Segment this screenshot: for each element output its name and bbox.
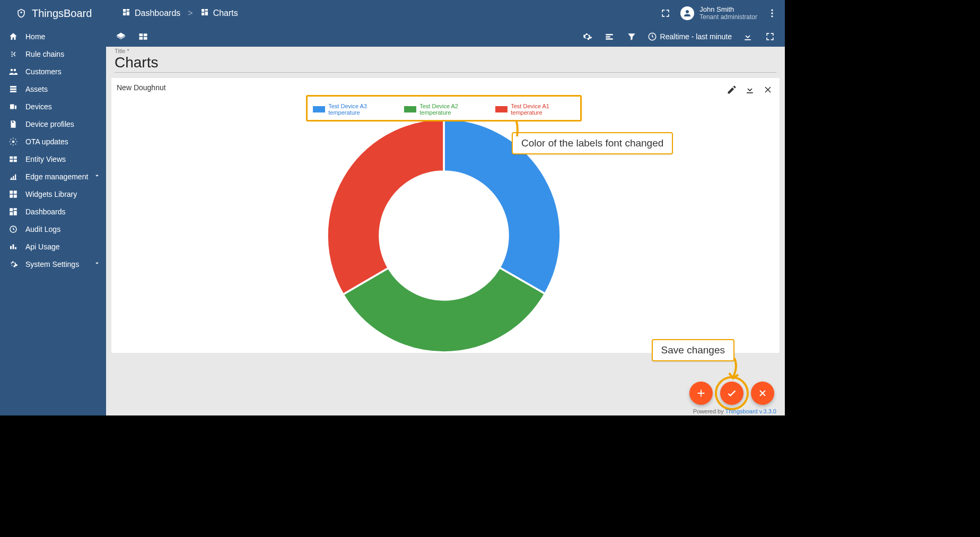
api-icon bbox=[8, 242, 18, 252]
sidebar-item-label: OTA updates bbox=[25, 137, 68, 146]
breadcrumb-label: Dashboards bbox=[135, 8, 180, 18]
sidebar-item-customers[interactable]: Customers bbox=[0, 63, 106, 80]
sidebar: HomeRule chainsCustomersAssetsDevicesDev… bbox=[0, 27, 106, 415]
edit-widget-icon[interactable] bbox=[725, 83, 738, 96]
sidebar-item-device-profiles[interactable]: Device profiles bbox=[0, 115, 106, 133]
title-field-value[interactable]: Charts bbox=[115, 54, 776, 73]
ota-icon bbox=[8, 137, 18, 146]
chart-legend: Test Device A3 temperatureTest Device A2… bbox=[306, 95, 582, 122]
widget-title: New Doughnut bbox=[117, 83, 771, 92]
legend-swatch bbox=[313, 106, 325, 112]
sidebar-item-assets[interactable]: Assets bbox=[0, 80, 106, 98]
annotation-save-callout: Save changes bbox=[652, 339, 734, 361]
assets-icon bbox=[8, 84, 18, 94]
sidebar-item-ota-updates[interactable]: OTA updates bbox=[0, 133, 106, 150]
home-icon bbox=[8, 32, 18, 41]
dashboard-title-field[interactable]: Title * Charts bbox=[106, 47, 785, 73]
expand-icon[interactable] bbox=[764, 30, 776, 43]
sidebar-item-label: Audit Logs bbox=[25, 225, 60, 233]
svg-point-2 bbox=[771, 12, 773, 14]
rule-icon bbox=[8, 49, 18, 59]
customers-icon bbox=[8, 67, 18, 76]
dashboard-icon bbox=[122, 8, 130, 19]
legend-label: Test Device A2 temperature bbox=[419, 103, 484, 116]
breadcrumb: Dashboards > Charts bbox=[122, 8, 238, 19]
breadcrumb-label: Charts bbox=[213, 8, 238, 18]
audit-icon bbox=[8, 224, 18, 234]
user-role: Tenant administrator bbox=[699, 14, 757, 21]
svg-point-3 bbox=[771, 15, 773, 17]
sidebar-item-label: Customers bbox=[25, 67, 62, 76]
layout-icon[interactable] bbox=[137, 30, 150, 43]
chevron-down-icon bbox=[93, 172, 101, 181]
user-name: John Smith bbox=[699, 6, 757, 14]
fullscreen-icon[interactable] bbox=[659, 7, 672, 20]
svg-point-4 bbox=[12, 140, 15, 143]
doughnut-widget: New Doughnut Test Device A3 temperatureT… bbox=[111, 78, 780, 353]
sidebar-item-label: Dashboards bbox=[25, 207, 66, 216]
breadcrumb-item-dashboards[interactable]: Dashboards bbox=[122, 8, 180, 19]
legend-item[interactable]: Test Device A1 temperature bbox=[495, 103, 575, 116]
svg-point-1 bbox=[771, 9, 773, 11]
sidebar-item-label: Entity Views bbox=[25, 155, 66, 163]
add-button[interactable] bbox=[689, 382, 713, 405]
sidebar-item-home[interactable]: Home bbox=[0, 28, 106, 45]
annotation-legend-callout: Color of the labels font changed bbox=[512, 132, 673, 154]
entity-aliases-icon[interactable] bbox=[603, 30, 616, 43]
footer-version: Powered by Thingsboard v.3.3.0 bbox=[693, 408, 776, 414]
sidebar-item-dashboards[interactable]: Dashboards bbox=[0, 203, 106, 220]
download-icon[interactable] bbox=[741, 30, 754, 43]
sidebar-item-label: Edge management bbox=[25, 172, 88, 181]
sidebar-item-audit-logs[interactable]: Audit Logs bbox=[0, 220, 106, 238]
sidebar-item-label: Assets bbox=[25, 85, 48, 93]
sidebar-item-edge-management[interactable]: Edge management bbox=[0, 168, 106, 185]
time-window-label: Realtime - last minute bbox=[660, 32, 732, 41]
sidebar-item-label: Rule chains bbox=[25, 50, 64, 58]
dashboards-icon bbox=[8, 207, 18, 216]
sidebar-item-devices[interactable]: Devices bbox=[0, 98, 106, 115]
sidebar-item-label: Api Usage bbox=[25, 242, 60, 251]
legend-swatch bbox=[404, 106, 416, 112]
sidebar-item-widgets-library[interactable]: Widgets Library bbox=[0, 185, 106, 203]
sidebar-item-label: Widgets Library bbox=[25, 190, 77, 198]
layers-icon[interactable] bbox=[115, 30, 127, 43]
filter-icon[interactable] bbox=[625, 30, 638, 43]
profile-icon bbox=[8, 119, 18, 129]
sidebar-item-label: System Settings bbox=[25, 260, 79, 268]
save-button[interactable] bbox=[720, 382, 743, 405]
breadcrumb-item-charts[interactable]: Charts bbox=[200, 8, 238, 19]
chevron-down-icon bbox=[93, 259, 101, 268]
sidebar-item-api-usage[interactable]: Api Usage bbox=[0, 238, 106, 255]
download-widget-icon[interactable] bbox=[743, 83, 756, 96]
sidebar-item-system-settings[interactable]: System Settings bbox=[0, 255, 106, 273]
legend-item[interactable]: Test Device A3 temperature bbox=[313, 103, 392, 116]
time-window[interactable]: Realtime - last minute bbox=[648, 32, 732, 41]
close-widget-icon[interactable] bbox=[762, 83, 774, 96]
content-area: Realtime - last minute Title * Charts Ne… bbox=[106, 27, 785, 415]
widgets-icon bbox=[8, 189, 18, 199]
version-link[interactable]: Thingsboard v.3.3.0 bbox=[725, 408, 776, 414]
gear-icon[interactable] bbox=[581, 30, 593, 43]
avatar-icon bbox=[680, 6, 694, 20]
settings-icon bbox=[8, 259, 18, 269]
sidebar-item-label: Device profiles bbox=[25, 120, 74, 128]
sidebar-item-entity-views[interactable]: Entity Views bbox=[0, 150, 106, 168]
edge-icon bbox=[8, 172, 18, 181]
legend-swatch bbox=[495, 106, 508, 112]
cancel-button[interactable] bbox=[751, 382, 774, 405]
svg-point-0 bbox=[20, 12, 22, 13]
brand[interactable]: ThingsBoard bbox=[4, 7, 106, 20]
user-menu[interactable]: John Smith Tenant administrator bbox=[680, 6, 757, 21]
sidebar-item-label: Home bbox=[25, 32, 45, 41]
sidebar-item-rule-chains[interactable]: Rule chains bbox=[0, 45, 106, 63]
dashboard-icon bbox=[200, 8, 209, 19]
devices-icon bbox=[8, 102, 18, 111]
more-icon[interactable] bbox=[766, 7, 778, 20]
sidebar-item-label: Devices bbox=[25, 102, 52, 111]
title-field-label: Title * bbox=[115, 48, 780, 54]
top-bar: ThingsBoard Dashboards > Charts John Smi… bbox=[0, 0, 785, 27]
legend-label: Test Device A3 temperature bbox=[328, 103, 392, 116]
legend-item[interactable]: Test Device A2 temperature bbox=[404, 103, 484, 116]
brand-text: ThingsBoard bbox=[32, 7, 92, 20]
dashboard-toolbar: Realtime - last minute bbox=[106, 27, 785, 47]
